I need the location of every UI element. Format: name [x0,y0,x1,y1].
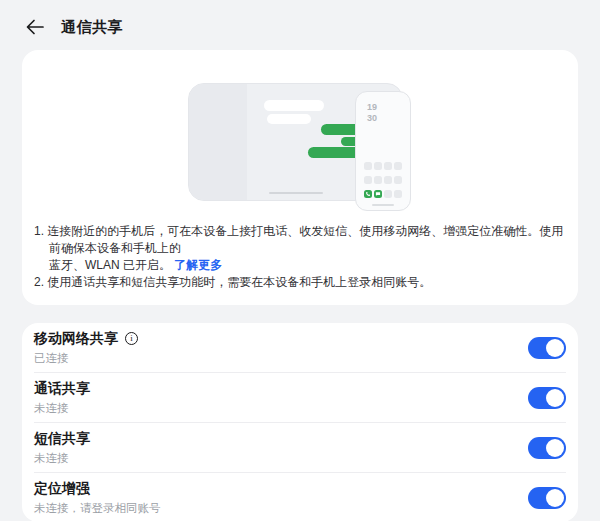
app-icon-placeholder [394,176,402,184]
setting-label: 通话共享 [34,380,90,398]
tablet-home-indicator [269,192,323,194]
phone-clock: 19 30 [367,102,377,124]
app-icon-placeholder [384,176,392,184]
devices-illustration: 19 30 [22,50,578,213]
instruction-item-2: 2. 使用通话共享和短信共享功能时，需要在本设备和手机上登录相同账号。 [34,274,566,291]
app-icon-placeholder [384,162,392,170]
intro-card: 19 30 [22,50,578,305]
setting-row-sms-sharing[interactable]: 短信共享 未连接 [22,423,578,472]
app-icon-placeholder [374,176,382,184]
app-icon-placeholder [394,162,402,170]
instructions: 1. 连接附近的的手机后，可在本设备上接打电话、收发短信、使用移动网络、增强定位… [22,213,578,305]
setting-row-call-sharing[interactable]: 通话共享 未连接 [22,373,578,422]
instruction-item-1: 1. 连接附近的的手机后，可在本设备上接打电话、收发短信、使用移动网络、增强定位… [34,223,566,274]
phone-call-icon [364,190,372,198]
setting-label: 定位增强 [34,480,90,498]
app-icon-placeholder [394,190,402,198]
app-icon-placeholder [364,162,372,170]
message-app-icon [374,190,382,198]
app-icon-placeholder [364,176,372,184]
setting-label: 移动网络共享 [34,330,118,348]
location-enhancement-toggle[interactable] [528,487,566,509]
setting-status: 未连接 [34,401,528,416]
back-button[interactable] [24,16,46,38]
header: 通信共享 [0,0,600,50]
phone-graphic: 19 30 [355,91,411,211]
info-icon[interactable]: i [125,332,138,345]
phone-app-grid [364,162,402,198]
message-bubble-graphic [267,114,311,124]
sms-sharing-toggle[interactable] [528,437,566,459]
setting-row-location-enhancement[interactable]: 定位增强 未连接，请登录相同账号 [22,473,578,521]
mobile-network-sharing-toggle[interactable] [528,337,566,359]
tablet-sidebar-graphic [189,84,247,200]
app-icon-placeholder [374,162,382,170]
setting-status: 未连接 [34,451,528,466]
call-sharing-toggle[interactable] [528,387,566,409]
settings-card: 移动网络共享 i 已连接 通话共享 未连接 短信共享 未连接 定位 [22,323,578,521]
phone-home-indicator [372,204,394,206]
setting-status: 已连接 [34,351,528,366]
setting-status: 未连接，请登录相同账号 [34,501,528,516]
learn-more-link[interactable]: 了解更多 [174,258,222,272]
setting-label: 短信共享 [34,430,90,448]
page-title: 通信共享 [61,18,123,37]
setting-row-mobile-network-sharing[interactable]: 移动网络共享 i 已连接 [22,323,578,372]
back-arrow-icon [26,19,44,35]
message-bubble-graphic [264,100,324,111]
app-icon-placeholder [384,190,392,198]
